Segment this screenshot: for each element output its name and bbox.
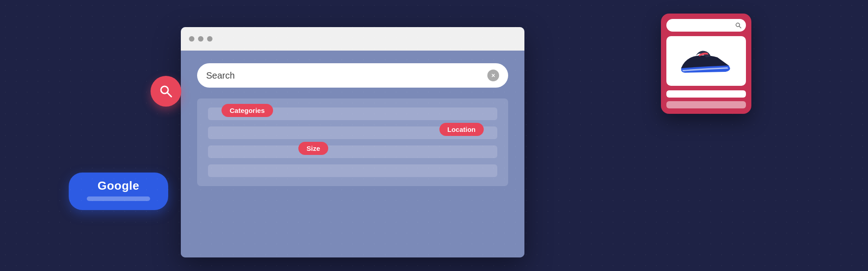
- mobile-bar-2: [666, 101, 746, 108]
- google-label: Google: [98, 179, 140, 193]
- filter-row-location: Location: [208, 126, 497, 139]
- filter-row-extra: [208, 164, 497, 177]
- search-bubble[interactable]: [151, 76, 181, 107]
- shoe-illustration: [677, 43, 736, 79]
- browser-dot-2: [198, 36, 203, 42]
- categories-pill[interactable]: Categories: [222, 104, 273, 117]
- browser-dot-3: [207, 36, 212, 42]
- filter-row-size: Size: [208, 145, 497, 158]
- filters-area: Categories Location Size: [197, 98, 508, 186]
- browser-content: Search × Categories Location Size: [181, 51, 524, 257]
- filter-row-categories: Categories: [208, 107, 497, 120]
- mobile-search-bar[interactable]: [666, 19, 746, 32]
- search-input-text: Search: [206, 70, 487, 81]
- browser-search-bar[interactable]: Search ×: [197, 63, 508, 88]
- google-search-bar-visual: [87, 196, 150, 201]
- size-pill[interactable]: Size: [298, 142, 328, 155]
- svg-line-1: [167, 93, 171, 97]
- google-button[interactable]: Google: [69, 173, 168, 210]
- browser-window: Search × Categories Location Size: [181, 27, 524, 257]
- search-clear-button[interactable]: ×: [487, 70, 499, 81]
- mobile-search-icon: [735, 22, 741, 28]
- mobile-card: [661, 14, 751, 114]
- filter-bar-extra: [208, 164, 497, 177]
- browser-dot-1: [189, 36, 194, 42]
- svg-line-3: [739, 26, 741, 28]
- filter-bar-size: [208, 145, 497, 158]
- browser-titlebar: [181, 27, 524, 51]
- product-image: [666, 36, 746, 86]
- search-icon: [159, 84, 173, 98]
- location-pill[interactable]: Location: [439, 123, 484, 136]
- mobile-bar-1: [666, 90, 746, 98]
